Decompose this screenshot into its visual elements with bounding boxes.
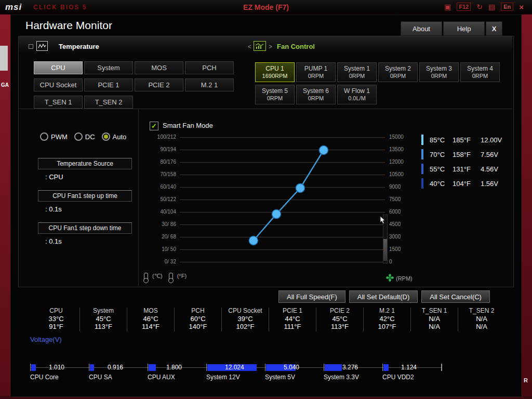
left-axis-tick: 10/ 50 <box>149 246 176 252</box>
window-close-button[interactable]: X <box>486 21 502 36</box>
voltage-value: 12.024 <box>225 364 244 371</box>
temp-button-m-2-1[interactable]: M.2 1 <box>185 78 234 91</box>
refresh-icon[interactable]: ↻ <box>476 2 483 11</box>
voltage-name: System 5V <box>265 374 295 381</box>
left-axis-tick: 30/ 86 <box>149 221 176 227</box>
temp-button-system[interactable]: System <box>84 61 133 74</box>
fan-button-system-5[interactable]: System 50RPM <box>255 85 295 104</box>
temp-button-cpu[interactable]: CPU <box>34 61 83 74</box>
field-temperature-source[interactable]: Temperature Source <box>38 158 132 169</box>
smart-fan-checkbox[interactable]: ✓ <box>150 122 158 130</box>
action-all-full-speed-f[interactable]: All Full Speed(F) <box>278 290 345 303</box>
legend-color-bar <box>421 164 423 174</box>
voltage-rail-end-tick <box>441 364 442 371</box>
temp-button-pch[interactable]: PCH <box>185 61 234 74</box>
fan-button-value: 0RPM <box>308 95 324 102</box>
fan-button-system-1[interactable]: System 10RPM <box>337 62 377 82</box>
collapse-square-icon[interactable] <box>29 44 33 49</box>
action-all-set-default-d[interactable]: All Set Default(D) <box>349 290 418 303</box>
prev-section-arrow-icon[interactable]: < <box>248 43 251 50</box>
voltage-value: 3.276 <box>342 364 358 371</box>
legend-voltage: 7.56V <box>481 151 511 158</box>
help-button[interactable]: Help <box>443 21 485 36</box>
fan-curve-point[interactable] <box>319 146 328 155</box>
field-value-temperature-source: : CPU <box>45 173 132 181</box>
sensor-temp-c: N/A <box>458 315 505 323</box>
temperature-button-grid: CPUSystemMOSPCHCPU SocketPCIE 1PCIE 2M.2… <box>34 61 234 109</box>
temp-button-pcie-2[interactable]: PCIE 2 <box>135 78 183 91</box>
temp-button-pcie-1[interactable]: PCIE 1 <box>84 78 133 91</box>
legend-temp-c: 55°C <box>430 165 453 173</box>
voltage-gauge-system-3-3v: 3.276System 3.3V <box>324 363 382 384</box>
slider-handle[interactable] <box>383 239 387 261</box>
sensor-readout-m-2-1: M.2 142°C107°F <box>364 307 410 331</box>
temp-button-t-sen-1[interactable]: T_SEN 1 <box>34 96 83 109</box>
ez-mode-title[interactable]: EZ Mode (F7) <box>243 3 289 11</box>
fan-button-system-6[interactable]: System 60RPM <box>296 85 336 104</box>
next-section-arrow-icon[interactable]: > <box>269 43 272 50</box>
sensor-temp-c: 33°C <box>33 315 79 323</box>
window-title: Hardware Monitor <box>25 19 112 32</box>
sensor-readout-pch: PCH60°C140°F <box>175 307 221 331</box>
about-button[interactable]: About <box>401 21 442 36</box>
legend-temp-c: 85°C <box>430 136 453 144</box>
right-axis-tick: 15000 <box>389 134 413 140</box>
voltage-value: 1.010 <box>49 364 64 371</box>
sensor-temp-f: 102°F <box>222 323 269 330</box>
left-axis-tick: 0/ 32 <box>149 259 176 264</box>
horizontal-divider <box>19 109 512 109</box>
right-axis-tick: 4500 <box>389 221 413 227</box>
voltage-value: 1.800 <box>166 364 182 371</box>
sensor-name: MOS <box>127 307 174 315</box>
fan-button-name: System 5 <box>262 87 288 95</box>
fan-button-cpu-1[interactable]: CPU 11690RPM <box>255 62 295 82</box>
legend-temp-f: 131°F <box>453 165 481 173</box>
sensor-name: T_SEN 1 <box>411 307 458 315</box>
left-axis-tick: 40/104 <box>149 209 176 215</box>
sensor-name: PCH <box>175 307 221 315</box>
left-axis-tick: 100/212 <box>149 134 176 140</box>
field-cpu-fan1-step-up-time[interactable]: CPU Fan1 step up time <box>38 190 132 202</box>
left-axis-tick: 50/122 <box>149 196 176 202</box>
voltage-gauge-cpu-core: 1.010CPU Core <box>30 363 89 384</box>
legend-temp-f: 158°F <box>453 151 481 158</box>
field-cpu-fan1-step-down-time[interactable]: CPU Fan1 step down time <box>38 222 132 234</box>
sensor-readout-pcie-2: PCIE 245°C113°F <box>316 307 363 331</box>
fan-curve-point[interactable] <box>272 210 281 219</box>
language-selector[interactable]: En <box>501 3 513 11</box>
radio-pwm[interactable]: PWM <box>40 132 68 141</box>
radio-dc[interactable]: DC <box>74 132 95 141</box>
temp-button-t-sen-2[interactable]: T_SEN 2 <box>84 96 133 109</box>
fan-icon <box>386 274 394 283</box>
sensor-temp-f: 107°F <box>364 323 410 330</box>
legend-temp-f: 104°F <box>453 180 481 188</box>
action-all-set-cancel-c[interactable]: All Set Cancel(C) <box>421 290 490 303</box>
topbar-close-icon[interactable]: × <box>519 3 524 11</box>
fan-button-system-2[interactable]: System 20RPM <box>378 62 418 82</box>
fan-button-value: 0RPM <box>349 73 365 79</box>
radio-auto[interactable]: Auto <box>102 132 127 141</box>
sensor-temp-c: 39°C <box>222 315 269 323</box>
temp-button-mos[interactable]: MOS <box>135 61 183 74</box>
bios-screen: msi CLICK BIOS 5 EZ Mode (F7) ▣ F12 ↻ ▤ … <box>0 0 532 399</box>
screenshot-icon[interactable]: ▣ <box>444 2 451 11</box>
voltage-fill-bar <box>325 364 342 371</box>
fan-curve-point[interactable] <box>249 236 258 245</box>
f12-hotkey-label[interactable]: F12 <box>457 3 471 11</box>
fan-button-system-4[interactable]: System 40RPM <box>460 62 500 82</box>
legend-row: 40°C104°F1.56V <box>421 176 511 191</box>
fan-curve-point[interactable] <box>296 183 304 192</box>
sensor-readout-mos: MOS46°C114°F <box>127 307 174 331</box>
fan-button-pump-1[interactable]: PUMP 10RPM <box>296 62 336 82</box>
board-explorer-icon[interactable]: ▤ <box>488 2 495 11</box>
fan-button-w-flow-1[interactable]: W Flow 10.0L/M <box>337 85 377 104</box>
fan-button-system-3[interactable]: System 30RPM <box>419 62 459 82</box>
legend-temp-c: 70°C <box>430 151 453 158</box>
voltage-gauge-cpu-aux: 1.800CPU AUX <box>148 363 206 384</box>
left-axis-tick: 70/158 <box>149 171 176 177</box>
voltage-name: CPU Core <box>30 374 59 381</box>
temp-button-cpu-socket[interactable]: CPU Socket <box>34 78 83 91</box>
sensor-name: M.2 1 <box>364 307 410 315</box>
sensor-readout-system: System45°C113°F <box>80 307 127 331</box>
thermometer-celsius-icon <box>144 273 148 281</box>
